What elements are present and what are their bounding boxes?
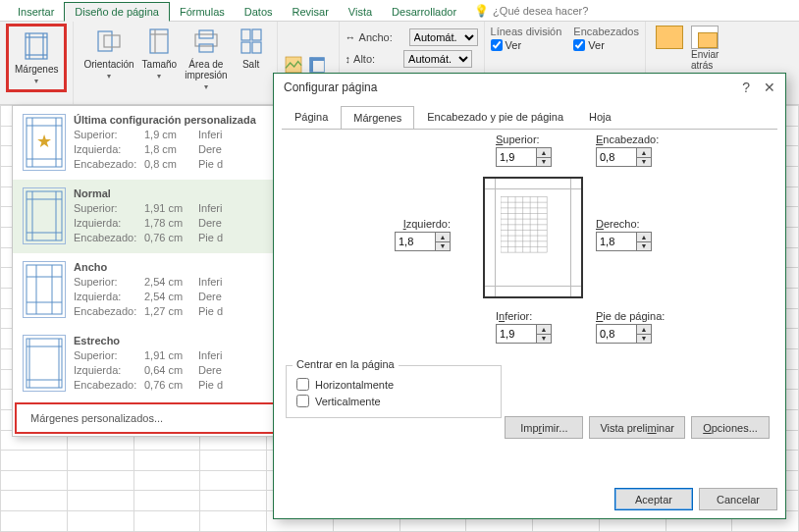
orientation-label: Orientación [83, 59, 133, 70]
superior-spinner[interactable]: ▲▼ [537, 147, 552, 167]
headings-header: Encabezados [573, 26, 639, 37]
inferior-input[interactable] [496, 324, 537, 344]
margins-narrow-thumb-icon [23, 335, 66, 392]
margins-icon [21, 30, 52, 62]
width-arrows-icon: ↔ [346, 31, 356, 43]
derecho-input[interactable] [596, 232, 637, 251]
izquierdo-spinner[interactable]: ▲▼ [436, 232, 451, 251]
margins-dropdown-panel: ★ Última configuración personalizada Sup… [12, 105, 289, 437]
send-backward-label: Enviar atrás [691, 49, 719, 71]
breaks-label: Salt [242, 59, 259, 70]
vertical-checkbox[interactable] [296, 395, 309, 407]
horizontal-checkbox[interactable] [296, 378, 309, 391]
tab-vista[interactable]: Vista [339, 3, 382, 21]
inferior-label: Inferior: [496, 310, 532, 322]
margins-option-narrow[interactable]: Estrecho Superior:1,91 cmInferi Izquierd… [13, 327, 288, 400]
svg-rect-16 [252, 42, 261, 53]
margins-option-last[interactable]: ★ Última configuración personalizada Sup… [13, 106, 288, 180]
tab-datos[interactable]: Datos [235, 3, 283, 21]
encabezado-label: Encabezado: [596, 133, 659, 145]
izquierdo-label: Izquierdo: [403, 218, 451, 230]
breaks-icon [236, 26, 267, 57]
izquierdo-input[interactable] [395, 232, 436, 251]
margins-option-wide[interactable]: Ancho Superior:2,54 cmInferi Izquierda:2… [13, 253, 288, 327]
gridlines-view-label: Ver [506, 39, 522, 51]
dialog-tab-hoja[interactable]: Hoja [576, 105, 624, 129]
margins-custom-item[interactable]: Márgenes personalizados... [15, 402, 286, 434]
dialog-tab-encabezado[interactable]: Encabezado y pie de página [414, 105, 576, 129]
ribbon-tabs: Insertar Diseño de página Fórmulas Datos… [0, 0, 799, 22]
tab-diseno-pagina[interactable]: Diseño de página [64, 2, 170, 22]
width-row: ↔ Ancho: Automát. [346, 27, 478, 47]
cancel-button[interactable]: Cancelar [699, 488, 777, 510]
margins-normal-thumb-icon [23, 187, 66, 244]
margins-button[interactable]: Márgenes ▾ [6, 24, 67, 92]
margins-narrow-title: Estrecho [74, 335, 278, 346]
margins-last-title: Última configuración personalizada [74, 114, 278, 126]
margins-last-thumb-icon: ★ [23, 114, 66, 171]
margins-wide-thumb-icon [23, 261, 66, 318]
pie-input[interactable] [596, 324, 637, 344]
tab-insertar[interactable]: Insertar [8, 3, 64, 21]
tab-formulas[interactable]: Fórmulas [170, 3, 235, 21]
encabezado-input[interactable] [596, 147, 637, 167]
print-area-button[interactable]: Área de impresión▾ [181, 24, 231, 93]
dialog-tab-margenes[interactable]: Márgenes [341, 106, 414, 130]
center-on-page-group: Centrar en la página Horizontalmente Ver… [286, 365, 502, 418]
height-arrows-icon: ↕ [346, 53, 351, 65]
headings-view-checkbox[interactable] [573, 39, 585, 51]
derecho-spinner[interactable]: ▲▼ [637, 232, 652, 251]
derecho-label: Derecho: [596, 218, 640, 230]
chevron-down-icon: ▾ [34, 77, 38, 85]
orientation-icon [93, 26, 125, 57]
dialog-tabs: Página Márgenes Encabezado y pie de pági… [274, 105, 785, 129]
superior-input[interactable] [496, 147, 537, 167]
superior-label: Superior: [496, 133, 540, 145]
size-icon [143, 26, 175, 57]
print-area-label: Área de impresión [185, 59, 227, 80]
options-button[interactable]: Opciones... [691, 416, 770, 439]
print-button[interactable]: Imprimir... [505, 416, 583, 439]
page-preview-icon [483, 177, 583, 298]
orientation-button[interactable]: Orientación▾ [80, 24, 137, 82]
print-titles-icon [307, 55, 327, 75]
lightbulb-icon: 💡 [474, 4, 489, 18]
pie-label: Pie de página: [596, 310, 665, 322]
svg-text:★: ★ [36, 132, 52, 151]
svg-rect-14 [252, 29, 261, 40]
pie-spinner[interactable]: ▲▼ [637, 324, 652, 344]
tell-me-search[interactable]: 💡 ¿Qué desea hacer? [466, 1, 596, 21]
svg-rect-7 [150, 29, 168, 53]
vertical-label: Verticalmente [315, 396, 381, 407]
page-setup-dialog: Configurar página ? ✕ Página Márgenes En… [273, 73, 786, 519]
svg-rect-32 [27, 265, 62, 314]
margins-label: Márgenes [15, 64, 58, 75]
accept-button[interactable]: Aceptar [614, 488, 693, 510]
height-select[interactable]: Automát. [403, 50, 472, 68]
tell-me-label: ¿Qué desea hacer? [493, 5, 588, 17]
preview-button[interactable]: Vista preliminar [589, 416, 685, 439]
help-button[interactable]: ? [742, 80, 750, 95]
svg-rect-13 [241, 29, 250, 40]
dialog-title: Configurar página [284, 80, 377, 94]
width-select[interactable]: Automát. [409, 28, 478, 46]
bring-forward-icon[interactable] [656, 26, 683, 49]
breaks-button[interactable]: Salt [232, 24, 271, 72]
gridlines-header: Líneas división [491, 26, 562, 37]
send-backward-button[interactable]: Enviar atrás [691, 26, 719, 71]
inferior-spinner[interactable]: ▲▼ [537, 324, 552, 344]
gridlines-view-checkbox[interactable] [491, 39, 503, 51]
background-icon [284, 55, 303, 75]
close-button[interactable]: ✕ [764, 80, 775, 95]
svg-rect-5 [98, 31, 112, 51]
svg-rect-20 [309, 58, 312, 73]
tab-desarrollador[interactable]: Desarrollador [382, 3, 466, 21]
svg-rect-15 [241, 42, 250, 53]
headings-view-label: Ver [588, 39, 605, 51]
encabezado-spinner[interactable]: ▲▼ [637, 147, 652, 167]
margins-option-normal[interactable]: Normal Superior:1,91 cmInferi Izquierda:… [13, 180, 288, 253]
tab-revisar[interactable]: Revisar [283, 3, 339, 21]
horizontal-label: Horizontalmente [315, 379, 394, 391]
dialog-tab-pagina[interactable]: Página [282, 105, 341, 129]
size-button[interactable]: Tamaño▾ [138, 24, 182, 82]
